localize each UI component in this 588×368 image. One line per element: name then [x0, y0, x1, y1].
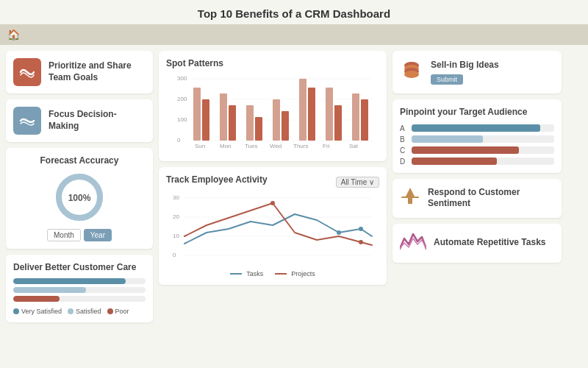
svg-text:Mon: Mon	[220, 143, 232, 149]
bar-chart-area: 300 200 100 0	[166, 73, 379, 154]
audience-row-a: A	[400, 124, 554, 132]
year-button[interactable]: Year	[84, 229, 112, 241]
coins-icon	[400, 58, 423, 86]
dashboard-content: Prioritize and Share Team Goals Focus De…	[0, 45, 588, 368]
audience-bar-b	[412, 135, 483, 143]
tasks-line	[230, 273, 242, 275]
svg-text:200: 200	[177, 96, 187, 102]
projects-legend: Projects	[275, 270, 315, 277]
svg-text:Sat: Sat	[349, 143, 359, 149]
respond-icon	[400, 186, 420, 210]
svg-text:0: 0	[173, 252, 176, 258]
svg-rect-20	[308, 88, 315, 141]
svg-rect-15	[246, 105, 254, 141]
legend-very-satisfied: Very Satisfied	[13, 308, 62, 315]
svg-rect-18	[282, 111, 289, 141]
legend-poor: Poor	[107, 308, 129, 315]
svg-rect-50	[408, 197, 412, 204]
projects-line	[275, 273, 287, 275]
svg-point-42	[270, 201, 275, 205]
audience-row-c: C	[400, 146, 554, 155]
spot-patterns-card: Spot Patterns 300 200 100 0	[159, 51, 387, 161]
prioritize-label: Prioritize and Share Team Goals	[49, 60, 146, 83]
audience-track-b	[412, 135, 554, 143]
svg-rect-24	[361, 99, 368, 141]
employee-chart-header: Track Employee Activity All Time ∨	[166, 174, 379, 189]
svg-text:300: 300	[177, 75, 187, 82]
svg-text:100: 100	[177, 116, 187, 123]
all-time-button[interactable]: All Time ∨	[336, 177, 379, 188]
svg-text:20: 20	[173, 213, 179, 220]
svg-rect-22	[334, 105, 342, 141]
legend-dot-2	[68, 308, 74, 314]
focus-label: Focus Decision-Making	[49, 109, 146, 132]
svg-marker-49	[406, 188, 415, 197]
svg-text:Tues: Tues	[245, 143, 258, 149]
tasks-legend: Tasks	[230, 270, 263, 277]
svg-rect-11	[193, 88, 201, 141]
month-button[interactable]: Month	[47, 229, 81, 241]
tasks-label: Tasks	[246, 270, 263, 277]
legend-label-2: Satisfied	[76, 308, 101, 315]
legend-satisfied: Satisfied	[68, 308, 101, 315]
svg-rect-13	[220, 93, 227, 141]
svg-text:Thurs: Thurs	[293, 143, 308, 149]
customer-care-legend: Very Satisfied Satisfied Poor	[13, 308, 146, 315]
forecast-donut: 100%	[54, 171, 105, 223]
svg-text:Fri: Fri	[323, 143, 330, 149]
audience-row-d: D	[400, 158, 554, 166]
svg-point-40	[337, 230, 341, 235]
right-column: Sell-in Big Ideas Submit Pinpoint your T…	[392, 51, 562, 363]
customer-care-bars	[13, 278, 146, 302]
automate-icon	[400, 231, 426, 255]
customer-care-title: Deliver Better Customer Care	[13, 262, 146, 272]
bar-fill-neutral	[13, 287, 86, 293]
svg-text:10: 10	[173, 233, 179, 239]
sell-ideas-card: Sell-in Big Ideas Submit	[392, 51, 562, 93]
legend-dot-3	[107, 308, 113, 314]
home-icon[interactable]: 🏠	[7, 29, 20, 40]
employee-line-chart: 30 20 10 0	[166, 192, 379, 266]
svg-text:0: 0	[177, 137, 181, 144]
legend-label-3: Poor	[115, 308, 129, 315]
svg-point-47	[404, 71, 419, 78]
mid-column: Spot Patterns 300 200 100 0	[159, 51, 387, 363]
audience-bars: A B C D	[400, 124, 554, 166]
svg-rect-16	[255, 117, 262, 141]
svg-rect-12	[202, 99, 209, 141]
svg-rect-14	[229, 105, 236, 141]
focus-card: Focus Decision-Making	[6, 99, 153, 142]
legend-label-1: Very Satisfied	[21, 308, 62, 315]
legend-dot-1	[13, 308, 19, 314]
bar-track-3	[13, 296, 146, 302]
spot-patterns-title: Spot Patterns	[166, 58, 379, 68]
pinpoint-title: Pinpoint your Target Audience	[400, 107, 554, 118]
donut-container: 100%	[13, 171, 146, 223]
audience-label-b: B	[400, 135, 409, 144]
audience-track-d	[412, 158, 554, 165]
svg-text:30: 30	[173, 194, 179, 201]
projects-label: Projects	[291, 270, 315, 277]
spot-patterns-chart: 300 200 100 0	[166, 73, 379, 154]
audience-label-c: C	[400, 146, 409, 155]
svg-text:100%: 100%	[68, 193, 91, 203]
audience-bar-d	[412, 158, 497, 165]
submit-button[interactable]: Submit	[431, 74, 463, 85]
svg-text:Wed: Wed	[270, 143, 282, 149]
nav-bar: 🏠	[0, 24, 588, 45]
svg-rect-23	[352, 93, 359, 141]
bar-fill-satisfied	[13, 278, 126, 284]
page-title: Top 10 Benefits of a CRM Dashboard	[0, 0, 588, 24]
bar-fill-poor	[13, 296, 60, 302]
audience-label-d: D	[400, 158, 409, 166]
forecast-buttons: Month Year	[13, 229, 146, 241]
automate-card: Automate Repetitive Tasks	[392, 224, 562, 263]
audience-row-b: B	[400, 135, 554, 144]
prioritize-card: Prioritize and Share Team Goals	[6, 51, 153, 93]
pinpoint-card: Pinpoint your Target Audience A B C	[392, 99, 562, 173]
svg-point-41	[359, 227, 363, 231]
svg-rect-21	[326, 88, 333, 141]
automate-label: Automate Repetitive Tasks	[434, 237, 546, 249]
sell-title: Sell-in Big Ideas	[431, 60, 554, 71]
respond-label: Respond to Customer Sentiment	[428, 187, 554, 210]
